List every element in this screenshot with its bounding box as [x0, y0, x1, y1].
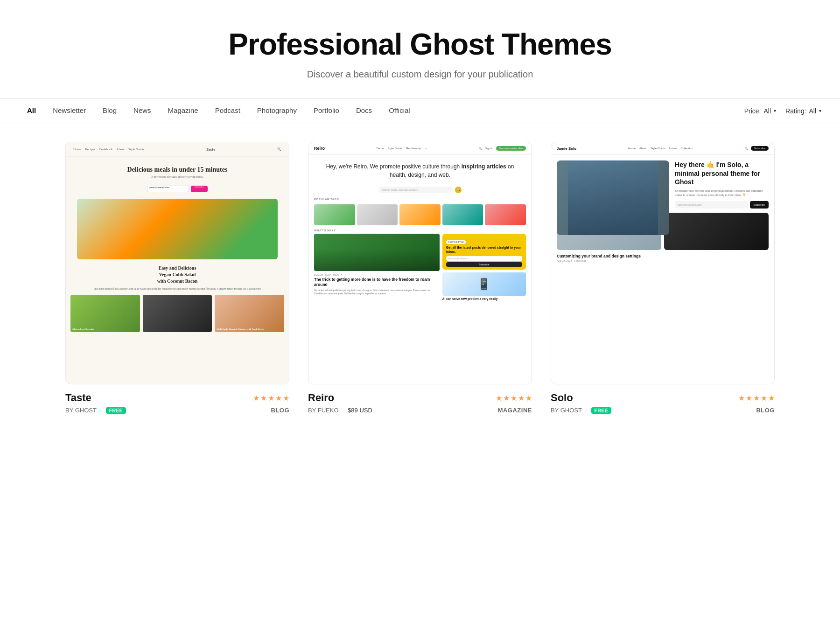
- taste-stars: ★ ★ ★ ★ ★: [253, 394, 289, 403]
- rating-filter[interactable]: Rating: All ▾: [785, 107, 821, 115]
- price-filter[interactable]: Price: All ▾: [744, 107, 776, 115]
- taste-author: BY GHOST · FREE: [65, 407, 126, 414]
- reiro-article-title: The trick to getting more done is to hav…: [314, 277, 440, 287]
- taste-preview: Home Recipes Cookbook About Style Guide …: [65, 142, 289, 384]
- reiro-info-top: Reiro ★ ★ ★ ★ ★: [308, 392, 532, 404]
- reiro-info: Reiro ★ ★ ★ ★ ★ BY FUEKO · $89 USD MAGAZ…: [308, 384, 532, 414]
- reiro-author: BY FUEKO · $89 USD: [308, 407, 372, 414]
- reiro-logo: Reiro: [314, 146, 325, 151]
- rating-value: All: [809, 107, 816, 115]
- taste-info: Taste ★ ★ ★ ★ ★ BY GHOST · FREE BLOG: [65, 384, 289, 414]
- taste-nav-links: Home Recipes Cookbook About Style Guide: [73, 147, 144, 151]
- solo-right-top: Hey there 🤙 I'm Solo, a minimal personal…: [675, 160, 769, 209]
- rating-label: Rating:: [785, 107, 806, 115]
- taste-grid-item-1: Gluten-free Chocolate: [70, 295, 140, 332]
- solo-meta: BY GHOST · FREE BLOG: [551, 407, 775, 414]
- reiro-preview: Reiro Demo Style Guide Membership ··· 🔍 …: [308, 142, 532, 384]
- solo-star-4: ★: [761, 394, 767, 403]
- taste-subscribe-button[interactable]: Subscribe: [191, 186, 208, 192]
- taste-meta: BY GHOST · FREE BLOG: [65, 407, 289, 414]
- taste-grid: Gluten-free Chocolate Chili Garlic Roast…: [66, 295, 289, 332]
- reiro-nav: Reiro Demo Style Guide Membership ··· 🔍 …: [308, 142, 532, 155]
- themes-grid: Home Recipes Cookbook About Style Guide …: [47, 142, 793, 442]
- filter-tag-magazine[interactable]: Magazine: [160, 99, 207, 123]
- hero-section: Professional Ghost Themes Discover a bea…: [0, 0, 840, 98]
- filter-tag-portfolio[interactable]: Portfolio: [305, 99, 348, 123]
- taste-search-icon: 🔍: [277, 147, 281, 151]
- taste-hero-subtitle: A new recipe everyday, directly in your …: [80, 175, 275, 178]
- reiro-tag-img-1: [314, 204, 355, 225]
- reiro-nav-links: Demo Style Guide Membership ···: [376, 147, 427, 150]
- theme-card-reiro[interactable]: Reiro Demo Style Guide Membership ··· 🔍 …: [308, 142, 532, 414]
- solo-hero-title: Hey there 🤙 I'm Solo, a minimal personal…: [675, 160, 769, 186]
- taste-name: Taste: [65, 392, 91, 404]
- reiro-name: Reiro: [308, 392, 334, 404]
- taste-free-badge: FREE: [106, 407, 126, 414]
- solo-logo: Jamie Solo: [557, 146, 576, 151]
- solo-nav-links: Home About Style Guide Author Collection: [628, 147, 693, 150]
- solo-star-1: ★: [738, 394, 745, 403]
- reiro-hero: Hey, we're Reiro. We promote positive cu…: [308, 155, 532, 184]
- filter-tag-all[interactable]: All: [19, 99, 44, 123]
- filter-tag-podcast[interactable]: Podcast: [207, 99, 249, 123]
- reiro-stars: ★ ★ ★ ★ ★: [496, 394, 532, 403]
- reiro-side-title: AI can solve new problems very easily: [442, 297, 526, 300]
- reiro-newsletter-email[interactable]: Your email address: [446, 256, 522, 261]
- solo-type: BLOG: [756, 407, 775, 414]
- taste-article-title: Easy and DeliciousVegan Cobb Saladwith C…: [66, 265, 289, 287]
- taste-logo: Taste: [206, 147, 215, 152]
- reiro-star-1: ★: [496, 394, 502, 403]
- filter-tag-official[interactable]: Official: [380, 99, 419, 123]
- filter-tag-newsletter[interactable]: Newsletter: [44, 99, 94, 123]
- taste-email-input[interactable]: jamie@example.com: [147, 186, 189, 192]
- taste-nav: Home Recipes Cookbook About Style Guide …: [66, 142, 289, 157]
- taste-type: BLOG: [271, 407, 289, 414]
- solo-article2-meta: Aug 28, 2023 · 1 min read: [557, 259, 769, 262]
- solo-star-2: ★: [746, 394, 752, 403]
- filter-tag-docs[interactable]: Docs: [348, 99, 380, 123]
- solo-left: [557, 160, 669, 235]
- filter-tag-blog[interactable]: Blog: [94, 99, 125, 123]
- reiro-star-3: ★: [511, 394, 517, 403]
- solo-subscribe-button[interactable]: Subscribe: [751, 146, 769, 151]
- taste-grid-item-2: [143, 295, 212, 332]
- solo-email-input[interactable]: jamie@example.com: [675, 201, 748, 209]
- filter-tags: All Newsletter Blog News Magazine Podcas…: [19, 99, 744, 123]
- solo-star-5: ★: [768, 394, 775, 403]
- reiro-star-2: ★: [503, 394, 510, 403]
- reiro-newsletter-title: Get all the latest posts delivered strai…: [446, 245, 522, 254]
- solo-thumb-2: [664, 213, 769, 250]
- reiro-content-row: DESIGN · TECH · HEALTH The trick to gett…: [308, 234, 532, 300]
- solo-subscribe-btn[interactable]: Subscribe: [750, 201, 769, 209]
- taste-hero: Delicious meals in under 15 minutes A ne…: [66, 157, 289, 184]
- solo-star-3: ★: [753, 394, 760, 403]
- reiro-price: $89 USD: [348, 407, 372, 414]
- reiro-newsletter-subscribe[interactable]: Subscribe: [446, 262, 522, 267]
- taste-article-desc: This plant-based riff on a classic Cobb …: [66, 287, 289, 295]
- filter-right: Price: All ▾ Rating: All ▾: [744, 107, 821, 115]
- reiro-article-desc: Vel lectus vel velit pellentesque dignis…: [314, 289, 440, 295]
- hero-subtitle: Discover a beautiful custom design for y…: [9, 69, 831, 80]
- taste-main-image: [77, 199, 278, 259]
- solo-photo: [557, 160, 669, 235]
- theme-card-solo[interactable]: Jamie Solo Home About Style Guide Author…: [551, 142, 775, 414]
- reiro-phone-image: 📱: [442, 272, 526, 296]
- theme-card-taste[interactable]: Home Recipes Cookbook About Style Guide …: [65, 142, 289, 414]
- reiro-subscribe-button[interactable]: Become a subscriber: [496, 146, 526, 151]
- solo-article2: Customizing your brand and design settin…: [551, 250, 774, 262]
- reiro-star-4: ★: [518, 394, 525, 403]
- filter-bar: All Newsletter Blog News Magazine Podcas…: [0, 98, 840, 123]
- reiro-tag-img-4: [442, 204, 483, 225]
- filter-tag-photography[interactable]: Photography: [249, 99, 305, 123]
- taste-hero-title: Delicious meals in under 15 minutes: [80, 166, 275, 174]
- star-1: ★: [253, 394, 259, 403]
- solo-hero-desc: Showcase your work to your growing audie…: [675, 189, 769, 197]
- reiro-newsletter-badge: NEWSLETTER: [446, 240, 466, 244]
- reiro-search-button[interactable]: 🔍: [455, 187, 462, 193]
- reiro-search-input[interactable]: Search posts, tags and authors: [378, 187, 453, 193]
- filter-tag-news[interactable]: News: [125, 99, 160, 123]
- reiro-meta: BY FUEKO · $89 USD MAGAZINE: [308, 407, 532, 414]
- reiro-tags-label: POPULAR TAGS: [308, 196, 532, 202]
- reiro-side-article: NEWSLETTER Get all the latest posts deli…: [442, 234, 526, 300]
- reiro-article-tag: DESIGN · TECH · HEALTH: [314, 273, 440, 276]
